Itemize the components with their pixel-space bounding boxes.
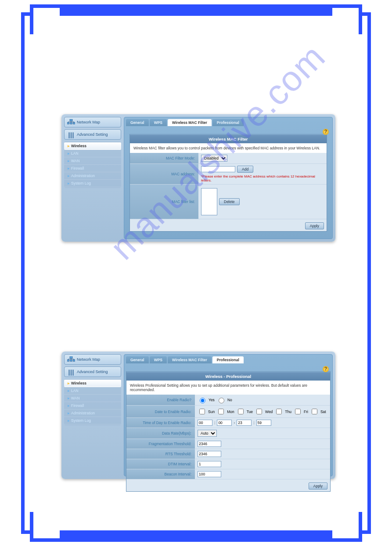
section-desc-1: Wireless MAC filter allows you to contro… [130, 143, 327, 153]
sidebar-item-firewall-2[interactable]: ▸Firewall [64, 402, 121, 410]
tab-professional[interactable]: Professional [212, 119, 244, 126]
tools-icon-2 [67, 369, 75, 375]
label-mac-address: MAC address: [130, 164, 198, 184]
delete-button[interactable]: Delete [219, 198, 240, 205]
sidebar-item-wireless-2[interactable]: ▸Wireless [64, 380, 121, 387]
sidebar-advanced-setting-2[interactable]: Advanced Setting [64, 366, 121, 377]
radio-yes-label: Yes [209, 398, 215, 402]
check-thu[interactable] [276, 409, 282, 414]
label-enable-radio: Enable Radio? [126, 395, 195, 405]
label-date-enable: Date to Enable Radio: [126, 406, 195, 417]
row-data-rate: Data Rate(Mbps): Auto [126, 428, 330, 439]
sidebar-nav: ▸Wireless ▸LAN ▸WAN ▸Firewall ▸Administr… [64, 141, 121, 188]
mac-error-text: *Please enter the complete MAC address w… [201, 174, 324, 182]
svg-rect-2 [70, 123, 72, 124]
row-enable-radio: Enable Radio? Yes No [126, 395, 330, 406]
tab-general-2[interactable]: General [126, 356, 149, 363]
sidebar-item-firewall[interactable]: ▸Firewall [64, 165, 121, 172]
add-button[interactable]: Add [237, 166, 253, 173]
tab-professional-2[interactable]: Professional [212, 356, 244, 363]
sidebar-item-wireless[interactable]: ▸Wireless [64, 142, 121, 150]
input-time-m1[interactable] [217, 420, 232, 426]
svg-rect-10 [70, 360, 72, 362]
sidebar-item-administration[interactable]: ▸Administration [64, 172, 121, 180]
tools-icon [67, 131, 75, 138]
page: manualshive.com Network Map Advanced Set… [0, 0, 392, 555]
label-rts: RTS Threshold: [126, 449, 195, 459]
check-sat[interactable] [312, 409, 317, 414]
tabs-2: General WPS Wireless MAC Filter Professi… [124, 355, 332, 363]
check-mon[interactable] [218, 409, 224, 414]
radio-no-label: No [227, 398, 232, 402]
row-mac-address: MAC address: Add *Please enter the compl… [130, 164, 327, 185]
select-data-rate[interactable]: Auto [198, 430, 217, 437]
sidebar-item-systemlog-2[interactable]: ▸System Log [64, 417, 121, 424]
network-map-icon-2 [67, 356, 75, 363]
check-sun[interactable] [199, 409, 205, 414]
tab-wps[interactable]: WPS [150, 119, 167, 126]
input-beacon[interactable] [198, 471, 221, 477]
svg-rect-8 [70, 356, 72, 359]
input-time-h2[interactable] [237, 420, 252, 426]
check-tue[interactable] [238, 409, 244, 414]
corner-bl [30, 512, 60, 542]
mac-filter-listbox[interactable] [201, 188, 217, 215]
input-time-h1[interactable] [198, 420, 212, 426]
sidebar-network-map-label-2: Network Map [77, 357, 100, 362]
sidebar-item-systemlog[interactable]: ▸System Log [64, 180, 121, 187]
top-stripe [34, 4, 358, 12]
content-area-2: General WPS Wireless MAC Filter Professi… [124, 354, 333, 476]
sidebar-network-map-label: Network Map [77, 120, 100, 124]
svg-rect-1 [67, 123, 69, 124]
label-dtim: DTIM Interval: [126, 459, 195, 469]
label-frag: Fragmentation Threshold: [126, 439, 195, 449]
input-time-m2[interactable] [256, 420, 271, 426]
sidebar: Network Map Advanced Setting ▸Wireless ▸… [64, 117, 121, 239]
select-filter-mode[interactable]: Disabled [201, 155, 227, 162]
sidebar-network-map-2[interactable]: Network Map [64, 354, 121, 365]
row-date-enable: Date to Enable Radio: Sun Mon Tue Wed Th… [126, 406, 330, 418]
apply-button-2[interactable]: Apply [309, 482, 327, 490]
row-dtim: DTIM Interval: [126, 459, 330, 469]
label-time-enable: Time of Day to Enable Radio: [126, 418, 195, 428]
sidebar-item-administration-2[interactable]: ▸Administration [64, 410, 121, 417]
check-wed[interactable] [256, 409, 262, 414]
input-rts[interactable] [198, 451, 221, 457]
apply-button-1[interactable]: Apply [305, 222, 324, 229]
sidebar-item-wan[interactable]: ▸WAN [64, 157, 121, 165]
router-panel-macfilter: Network Map Advanced Setting ▸Wireless ▸… [61, 114, 335, 242]
sidebar-network-map[interactable]: Network Map [64, 117, 121, 127]
form-wrap-1: Wireless MAC Filter Wireless MAC filter … [129, 134, 327, 232]
tab-macfilter-2[interactable]: Wireless MAC Filter [168, 356, 212, 363]
form-wrap-2: Wireless - Professional Wireless Profess… [126, 371, 331, 492]
corner-tl [30, 4, 60, 34]
sidebar-item-lan-2[interactable]: ▸LAN [64, 387, 121, 395]
input-frag[interactable] [198, 441, 221, 447]
input-mac-address[interactable] [201, 166, 235, 172]
radio-no[interactable] [219, 398, 224, 403]
label-filter-mode: MAC Filter Mode: [130, 153, 198, 163]
help-icon[interactable]: ? [323, 129, 329, 135]
sidebar-advanced-label: Advanced Setting [77, 132, 108, 137]
check-fri[interactable] [295, 409, 301, 414]
corner-tr [332, 4, 362, 34]
row-frag: Fragmentation Threshold: [126, 439, 330, 449]
router-panel-professional: Network Map Advanced Setting ▸Wireless ▸… [61, 352, 335, 479]
label-beacon: Beacon Interval: [126, 469, 195, 479]
row-rts: RTS Threshold: [126, 449, 330, 459]
tabs-1: General WPS Wireless MAC Filter Professi… [124, 117, 332, 126]
sidebar-item-lan[interactable]: ▸LAN [64, 150, 121, 157]
sidebar-item-wan-2[interactable]: ▸WAN [64, 395, 121, 402]
radio-yes[interactable] [200, 398, 205, 403]
row-beacon: Beacon Interval: [126, 469, 330, 479]
section-title-1: Wireless MAC Filter [130, 134, 327, 143]
svg-rect-0 [70, 119, 72, 121]
tab-general[interactable]: General [126, 119, 149, 126]
tab-wps-2[interactable]: WPS [150, 356, 167, 363]
help-icon-2[interactable]: ? [323, 366, 329, 372]
sidebar-nav-2: ▸Wireless ▸LAN ▸WAN ▸Firewall ▸Administr… [64, 379, 121, 425]
label-filter-list: MAC filter list: [130, 185, 198, 219]
input-dtim[interactable] [198, 461, 221, 467]
sidebar-advanced-setting[interactable]: Advanced Setting [64, 129, 121, 140]
tab-macfilter[interactable]: Wireless MAC Filter [168, 119, 212, 126]
